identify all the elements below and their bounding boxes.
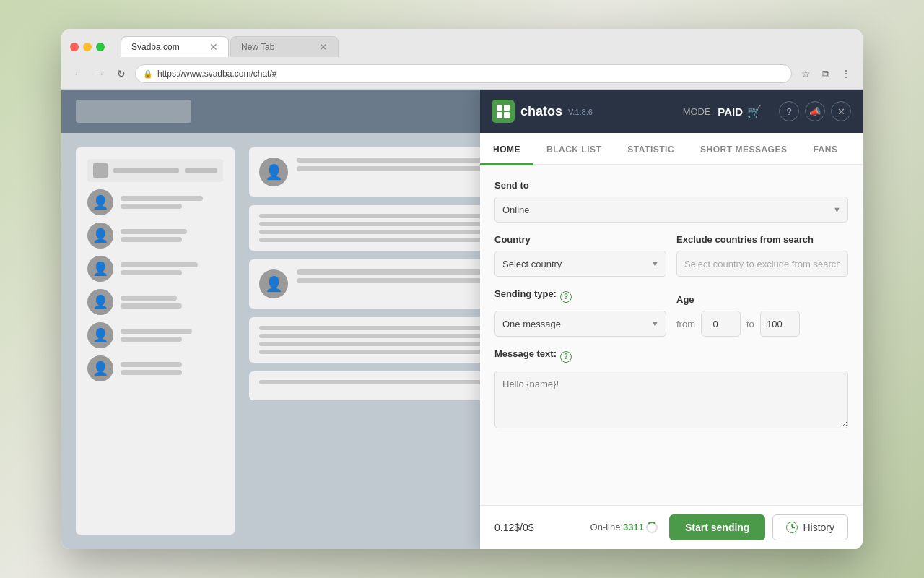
age-to-label: to <box>746 319 754 329</box>
widget-tabs: HOME BLACK LIST STATISTIC SHORT MESSAGES… <box>480 133 863 165</box>
logo-grid <box>497 105 510 118</box>
message-textarea[interactable] <box>494 371 848 428</box>
widget-header: chatos V.1.8.6 MODE: PAID 🛒 ? 📣 ✕ <box>480 90 863 133</box>
url-text: https://www.svadba.com/chat/# <box>157 69 276 79</box>
user-avatar: 👤 <box>87 322 113 348</box>
tab-svadba[interactable]: Svadba.com ✕ <box>121 36 229 57</box>
exclude-label: Exclude countries from search <box>676 234 848 245</box>
sidebar-item-lines <box>121 196 223 209</box>
chatos-widget: chatos V.1.8.6 MODE: PAID 🛒 ? 📣 ✕ HOME <box>480 90 863 549</box>
send-to-label: Send to <box>494 180 848 191</box>
tab-newtab-label: New Tab <box>241 42 274 52</box>
website-logo-placeholder <box>76 100 191 123</box>
age-from-input[interactable] <box>701 311 741 337</box>
send-to-select[interactable]: Online <box>494 197 848 223</box>
age-label: Age <box>676 294 848 305</box>
history-button[interactable]: History <box>772 514 848 540</box>
website-sidebar: 👤 👤 👤 <box>76 147 235 535</box>
nav-extras: ☆ ⧉ ⋮ <box>798 66 854 82</box>
name-line <box>121 362 182 367</box>
maximize-dot[interactable] <box>96 43 105 51</box>
name-line <box>121 329 192 334</box>
bookmark-button[interactable]: ☆ <box>798 66 814 82</box>
exclude-input[interactable] <box>676 251 848 277</box>
tab-fans[interactable]: FANS <box>800 136 850 165</box>
feed-avatar: 👤 <box>259 269 288 298</box>
sidebar-item: 👤 <box>87 289 223 315</box>
mode-badge: MODE: PAID 🛒 <box>683 105 762 118</box>
message-label: Message text: <box>494 348 557 359</box>
history-clock-icon <box>786 522 798 533</box>
footer-right: On-line:3311 Start sending History <box>590 514 848 540</box>
tab-svadba-close[interactable]: ✕ <box>209 41 218 53</box>
loading-spinner <box>646 522 658 533</box>
user-avatar: 👤 <box>87 355 113 381</box>
detail-line <box>121 303 182 309</box>
lock-icon: 🔒 <box>143 69 153 79</box>
extensions-button[interactable]: ⧉ <box>818 66 834 82</box>
sidebar-item-lines <box>121 296 223 309</box>
send-to-select-wrap: Online ▼ <box>494 197 848 223</box>
country-row: Country Select country ▼ Exclude countri… <box>494 234 848 277</box>
tab-newtab[interactable]: New Tab ✕ <box>230 36 339 57</box>
name-line <box>121 296 177 301</box>
name-line <box>121 196 203 201</box>
send-to-row: Send to Online ▼ <box>494 180 848 223</box>
online-label: On-line: <box>590 522 624 532</box>
sending-type-help-icon[interactable]: ? <box>560 291 572 303</box>
logo-cell <box>504 112 510 118</box>
sidebar-item-lines <box>121 229 223 242</box>
minimize-dot[interactable] <box>83 43 92 51</box>
browser-content: 👤 👤 👤 <box>61 90 863 549</box>
logo-cell <box>497 112 502 118</box>
cart-icon: 🛒 <box>747 105 762 118</box>
user-avatar: 👤 <box>87 256 113 282</box>
tab-statistic[interactable]: STATISTIC <box>614 136 687 165</box>
sidebar-item: 👤 <box>87 223 223 249</box>
browser-tabs: Svadba.com ✕ New Tab ✕ <box>121 36 339 57</box>
reload-button[interactable]: ↻ <box>113 66 129 82</box>
detail-line <box>121 204 182 209</box>
close-dot[interactable] <box>70 43 79 51</box>
forward-button[interactable]: → <box>92 66 108 82</box>
chatos-logo: chatos V.1.8.6 <box>492 100 593 123</box>
tab-newtab-close[interactable]: ✕ <box>319 41 328 53</box>
menu-button[interactable]: ⋮ <box>838 66 854 82</box>
country-select[interactable]: Select country <box>494 251 666 277</box>
country-label: Country <box>494 234 666 245</box>
country-col: Country Select country ▼ <box>494 234 666 277</box>
sending-type-label-row: Sending type: ? <box>494 288 666 305</box>
start-sending-button[interactable]: Start sending <box>669 514 765 540</box>
age-to-input[interactable] <box>760 311 800 337</box>
sidebar-icon <box>93 163 108 178</box>
widget-close-button[interactable]: ✕ <box>831 101 851 121</box>
sidebar-header-row <box>87 159 223 182</box>
footer-buttons: Start sending History <box>669 514 848 540</box>
notification-button[interactable]: 📣 <box>805 101 825 121</box>
message-help-icon[interactable]: ? <box>560 351 572 363</box>
sending-type-select[interactable]: One message <box>494 311 666 337</box>
tab-svadba-label: Svadba.com <box>131 42 180 52</box>
version-text: V.1.8.6 <box>568 108 593 116</box>
address-bar[interactable]: 🔒 https://www.svadba.com/chat/# <box>135 64 792 83</box>
feed-avatar: 👤 <box>259 158 288 186</box>
price-text: 0.12$/0$ <box>494 522 534 533</box>
tab-short-messages[interactable]: SHORT MESSAGES <box>687 136 800 165</box>
mode-value: PAID <box>718 105 743 118</box>
sidebar-item: 👤 <box>87 355 223 381</box>
message-label-row: Message text: ? <box>494 348 848 365</box>
age-col: Age from to <box>676 294 848 337</box>
back-button[interactable]: ← <box>70 66 86 82</box>
tab-blacklist[interactable]: BLACK LIST <box>533 136 614 165</box>
tab-home[interactable]: HOME <box>480 136 533 165</box>
country-select-wrap: Select country ▼ <box>494 251 666 277</box>
detail-line <box>121 370 182 375</box>
detail-line <box>121 337 182 342</box>
detail-line <box>121 270 182 275</box>
help-button[interactable]: ? <box>779 101 799 121</box>
widget-footer: 0.12$/0$ On-line:3311 Start sending Hist… <box>480 505 863 549</box>
logo-cell <box>504 105 510 111</box>
browser-window: Svadba.com ✕ New Tab ✕ ← → ↻ 🔒 https://w… <box>61 29 863 549</box>
logo-text: chatos <box>520 104 562 119</box>
sidebar-item-lines <box>121 362 223 375</box>
